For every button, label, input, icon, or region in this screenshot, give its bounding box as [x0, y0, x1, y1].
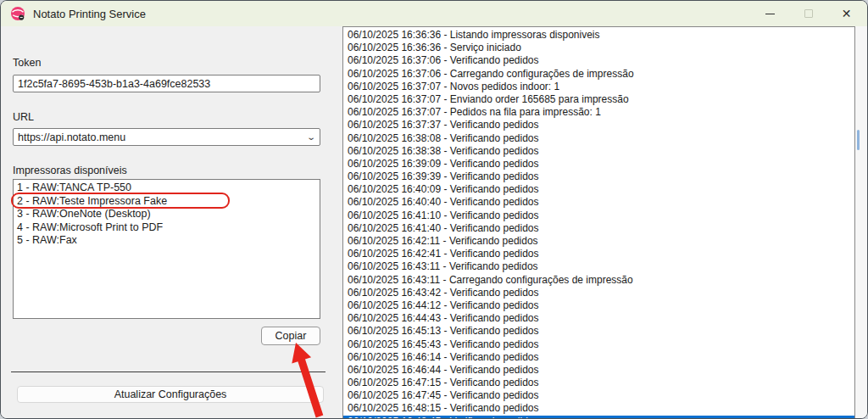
- maximize-icon: [804, 9, 813, 18]
- printers-listbox[interactable]: 1 - RAW:TANCA TP-5502 - RAW:Teste Impres…: [13, 179, 320, 319]
- log-entry[interactable]: 06/10/2025 16:37:06 - Carregando configu…: [343, 68, 854, 81]
- log-entry[interactable]: 06/10/2025 16:38:08 - Verificando pedido…: [343, 132, 854, 145]
- log-entry[interactable]: 06/10/2025 16:44:43 - Verificando pedido…: [343, 312, 854, 325]
- log-scrollbar[interactable]: [855, 26, 868, 419]
- divider: [11, 372, 326, 372]
- log-entry[interactable]: 06/10/2025 16:37:37 - Verificando pedido…: [343, 119, 854, 131]
- chevron-down-icon: ⌄: [306, 132, 316, 142]
- log-entry[interactable]: 06/10/2025 16:43:42 - Verificando pedido…: [343, 287, 854, 299]
- url-dropdown[interactable]: https://api.notato.menu ⌄: [13, 128, 320, 146]
- log-entry[interactable]: 06/10/2025 16:37:06 - Verificando pedido…: [343, 54, 854, 67]
- token-label: Token: [13, 57, 41, 69]
- log-entry[interactable]: 06/10/2025 16:46:44 - Verificando pedido…: [343, 364, 854, 377]
- log-entry[interactable]: 06/10/2025 16:39:09 - Verificando pedido…: [343, 158, 854, 170]
- log-entry[interactable]: 06/10/2025 16:43:11 - Verificando pedido…: [343, 260, 854, 273]
- log-entry[interactable]: 06/10/2025 16:48:15 - Verificando pedido…: [343, 402, 854, 415]
- log-entry[interactable]: 06/10/2025 16:46:14 - Verificando pedido…: [343, 351, 854, 364]
- log-entry[interactable]: 06/10/2025 16:44:12 - Verificando pedido…: [343, 299, 854, 312]
- log-entry[interactable]: 06/10/2025 16:40:09 - Verificando pedido…: [343, 183, 854, 196]
- log-entry[interactable]: 06/10/2025 16:37:07 - Pedidos na fila pa…: [343, 106, 854, 119]
- close-button[interactable]: ✕: [827, 1, 865, 26]
- log-entry-selected[interactable]: 06/10/2025 16:48:45 - Verificando pedido…: [343, 416, 854, 419]
- log-entry[interactable]: 06/10/2025 16:47:45 - Verificando pedido…: [343, 389, 854, 402]
- url-label: URL: [13, 111, 34, 123]
- printer-list-item[interactable]: 3 - RAW:OneNote (Desktop): [14, 208, 320, 221]
- log-entry[interactable]: 06/10/2025 16:37:07 - Enviando order 165…: [343, 93, 854, 106]
- copy-button[interactable]: Copiar: [261, 327, 320, 345]
- minimize-icon: [765, 14, 775, 14]
- minimize-button[interactable]: [751, 1, 789, 26]
- log-entry[interactable]: 06/10/2025 16:39:39 - Verificando pedido…: [343, 170, 854, 183]
- titlebar: Notato Printing Service ✕: [1, 1, 867, 26]
- window-title: Notato Printing Service: [33, 8, 146, 20]
- printer-list-item[interactable]: 2 - RAW:Teste Impressora Fake: [14, 195, 320, 209]
- annotation-arrow-icon: [281, 336, 337, 419]
- app-window: Notato Printing Service ✕ Token URL http…: [0, 0, 868, 419]
- log-entry[interactable]: 06/10/2025 16:38:38 - Verificando pedido…: [343, 145, 854, 158]
- log-entry[interactable]: 06/10/2025 16:43:11 - Carregando configu…: [343, 274, 854, 287]
- printer-list-item[interactable]: 4 - RAW:Microsoft Print to PDF: [14, 221, 320, 235]
- app-logo-icon: [10, 6, 25, 21]
- log-list[interactable]: 06/10/2025 16:36:36 - Listando impressor…: [342, 26, 855, 419]
- log-entry[interactable]: 06/10/2025 16:42:11 - Verificando pedido…: [343, 235, 854, 248]
- update-settings-button[interactable]: Atualizar Configurações: [17, 386, 324, 403]
- log-entry[interactable]: 06/10/2025 16:40:40 - Verificando pedido…: [343, 196, 854, 209]
- close-icon: ✕: [842, 8, 852, 20]
- log-entry[interactable]: 06/10/2025 16:37:07 - Novos pedidos indo…: [343, 81, 854, 93]
- log-entry[interactable]: 06/10/2025 16:47:15 - Verificando pedido…: [343, 377, 854, 389]
- printer-list-item[interactable]: 1 - RAW:TANCA TP-550: [14, 182, 320, 195]
- config-panel: Token URL https://api.notato.menu ⌄ Impr…: [1, 26, 342, 419]
- printer-list-item[interactable]: 5 - RAW:Fax: [14, 234, 320, 248]
- window-controls: ✕: [751, 1, 865, 26]
- log-entry[interactable]: 06/10/2025 16:42:41 - Verificando pedido…: [343, 248, 854, 260]
- log-entry[interactable]: 06/10/2025 16:45:13 - Verificando pedido…: [343, 325, 854, 338]
- log-entry[interactable]: 06/10/2025 16:41:10 - Verificando pedido…: [343, 210, 854, 222]
- maximize-button[interactable]: [789, 1, 827, 26]
- log-entry[interactable]: 06/10/2025 16:36:36 - Serviço iniciado: [343, 42, 854, 54]
- url-dropdown-value: https://api.notato.menu: [18, 131, 125, 143]
- log-entry[interactable]: 06/10/2025 16:45:43 - Verificando pedido…: [343, 338, 854, 351]
- printers-label: Impressoras disponíveis: [13, 165, 127, 176]
- token-input[interactable]: [13, 75, 320, 92]
- scrollbar-thumb[interactable]: [857, 130, 860, 150]
- log-entry[interactable]: 06/10/2025 16:36:36 - Listando impressor…: [343, 29, 854, 42]
- log-entry[interactable]: 06/10/2025 16:41:40 - Verificando pedido…: [343, 222, 854, 235]
